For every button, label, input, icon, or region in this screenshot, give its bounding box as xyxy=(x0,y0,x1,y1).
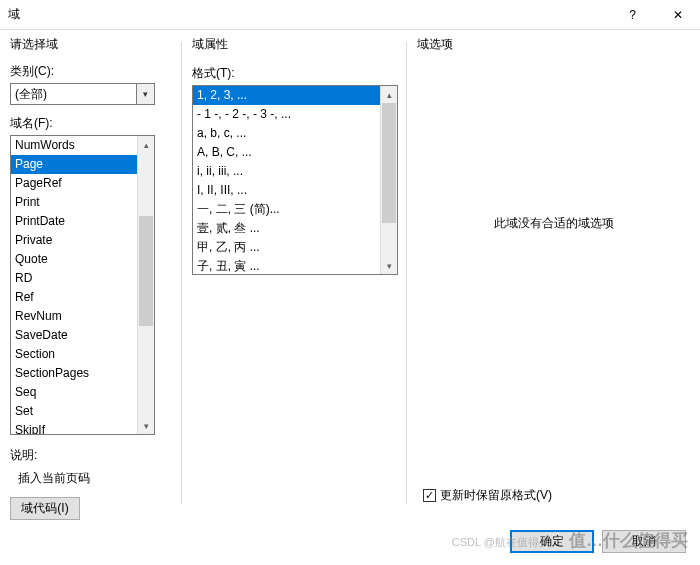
fieldname-listbox[interactable]: NumWordsPagePageRefPrintPrintDatePrivate… xyxy=(10,135,155,435)
field-options-panel: 域选项 此域没有合适的域选项 ✓ 更新时保留原格式(V) xyxy=(407,30,700,510)
field-codes-button[interactable]: 域代码(I) xyxy=(10,497,80,520)
list-item[interactable]: i, ii, iii, ... xyxy=(193,162,380,181)
scroll-down-icon[interactable]: ▾ xyxy=(138,417,154,434)
scroll-down-icon[interactable]: ▾ xyxy=(381,257,397,274)
list-item[interactable]: Section xyxy=(11,345,137,364)
format-label: 格式(T): xyxy=(192,65,397,82)
list-item[interactable]: Print xyxy=(11,193,137,212)
list-item[interactable]: - 1 -, - 2 -, - 3 -, ... xyxy=(193,105,380,124)
list-item[interactable]: Ref xyxy=(11,288,137,307)
list-item[interactable]: RD xyxy=(11,269,137,288)
no-options-message: 此域没有合适的域选项 xyxy=(417,215,690,232)
list-item[interactable]: Quote xyxy=(11,250,137,269)
format-listbox[interactable]: 1, 2, 3, ...- 1 -, - 2 -, - 3 -, ...a, b… xyxy=(192,85,398,275)
ok-button[interactable]: 确定 xyxy=(510,530,594,553)
close-button[interactable]: ✕ xyxy=(655,0,700,30)
chevron-down-icon[interactable]: ▾ xyxy=(136,84,154,104)
preserve-format-label: 更新时保留原格式(V) xyxy=(440,487,552,504)
list-item[interactable]: SectionPages xyxy=(11,364,137,383)
description-text: 插入当前页码 xyxy=(10,464,172,497)
window-title: 域 xyxy=(8,6,610,23)
list-item[interactable]: 壹, 贰, 叁 ... xyxy=(193,219,380,238)
fieldname-label: 域名(F): xyxy=(10,115,172,132)
list-item[interactable]: 子, 丑, 寅 ... xyxy=(193,257,380,275)
list-item[interactable]: Page xyxy=(11,155,137,174)
list-item[interactable]: Private xyxy=(11,231,137,250)
titlebar: 域 ? ✕ xyxy=(0,0,700,30)
description-label: 说明: xyxy=(10,447,172,464)
select-field-panel: 请选择域 类别(C): (全部) ▾ 域名(F): NumWordsPagePa… xyxy=(0,30,182,510)
select-field-heading: 请选择域 xyxy=(10,36,172,53)
field-options-heading: 域选项 xyxy=(417,36,690,53)
list-item[interactable]: PageRef xyxy=(11,174,137,193)
category-label: 类别(C): xyxy=(10,63,172,80)
category-value: (全部) xyxy=(11,86,136,103)
description-block: 说明: 插入当前页码 xyxy=(10,447,172,497)
scrollbar[interactable]: ▴ ▾ xyxy=(380,86,397,274)
preserve-format-row[interactable]: ✓ 更新时保留原格式(V) xyxy=(423,487,552,504)
preserve-format-checkbox[interactable]: ✓ xyxy=(423,489,436,502)
cancel-button[interactable]: 取消 xyxy=(602,530,686,553)
list-item[interactable]: 1, 2, 3, ... xyxy=(193,86,380,105)
list-item[interactable]: SkipIf xyxy=(11,421,137,434)
list-item[interactable]: SaveDate xyxy=(11,326,137,345)
list-item[interactable]: NumWords xyxy=(11,136,137,155)
scroll-thumb[interactable] xyxy=(139,216,153,326)
list-item[interactable]: 甲, 乙, 丙 ... xyxy=(193,238,380,257)
help-button[interactable]: ? xyxy=(610,0,655,30)
field-properties-panel: 域属性 格式(T): 1, 2, 3, ...- 1 -, - 2 -, - 3… xyxy=(182,30,407,510)
list-item[interactable]: A, B, C, ... xyxy=(193,143,380,162)
scrollbar[interactable]: ▴ ▾ xyxy=(137,136,154,434)
list-item[interactable]: RevNum xyxy=(11,307,137,326)
scroll-thumb[interactable] xyxy=(382,103,396,223)
dialog-footer: 确定 取消 xyxy=(510,530,686,553)
list-item[interactable]: 一, 二, 三 (简)... xyxy=(193,200,380,219)
list-item[interactable]: a, b, c, ... xyxy=(193,124,380,143)
fieldcode-button-row: 域代码(I) xyxy=(10,497,172,520)
scroll-up-icon[interactable]: ▴ xyxy=(381,86,397,103)
dialog-body: 请选择域 类别(C): (全部) ▾ 域名(F): NumWordsPagePa… xyxy=(0,30,700,510)
list-item[interactable]: I, II, III, ... xyxy=(193,181,380,200)
field-properties-heading: 域属性 xyxy=(192,36,397,53)
scroll-up-icon[interactable]: ▴ xyxy=(138,136,154,153)
list-item[interactable]: Set xyxy=(11,402,137,421)
list-item[interactable]: PrintDate xyxy=(11,212,137,231)
list-item[interactable]: Seq xyxy=(11,383,137,402)
category-combo[interactable]: (全部) ▾ xyxy=(10,83,155,105)
